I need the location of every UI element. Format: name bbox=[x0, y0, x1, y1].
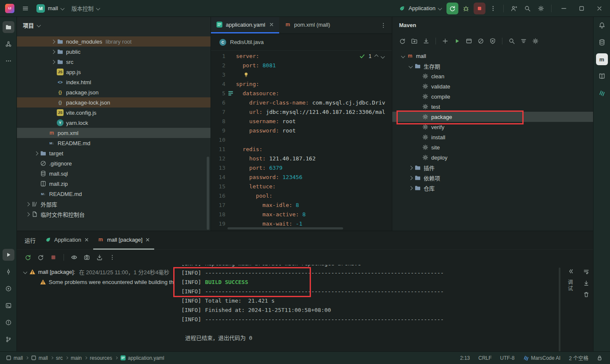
stop-button[interactable] bbox=[474, 3, 485, 14]
search-button[interactable] bbox=[508, 38, 515, 44]
project-item-pom-xml[interactable]: m pom.xml bbox=[17, 128, 211, 138]
secondary-tab-bar[interactable]: C RedisUtil.java bbox=[211, 34, 392, 51]
breadcrumb-folder[interactable]: mall bbox=[31, 355, 48, 361]
close-tab-icon[interactable] bbox=[145, 237, 150, 242]
gutter-icon[interactable] bbox=[228, 91, 233, 96]
project-item-public[interactable]: public bbox=[17, 47, 211, 57]
minimize-button[interactable] bbox=[556, 0, 572, 17]
rerun-button[interactable] bbox=[446, 3, 458, 14]
screenshot-button[interactable] bbox=[83, 254, 90, 261]
readonly-toggle[interactable] bbox=[597, 355, 602, 361]
run-tab-mall-package[interactable]: m mall [package] bbox=[93, 231, 155, 250]
project-item-package-lock-json[interactable]: {} package-lock.json bbox=[17, 97, 211, 108]
code-with-me-button[interactable] bbox=[508, 3, 520, 14]
project-item-index-html[interactable]: <> index.html bbox=[17, 77, 211, 87]
project-item-node-modules[interactable]: node_modules library root bbox=[17, 36, 211, 47]
project-item-mall-sql[interactable]: mall.sql bbox=[17, 168, 211, 179]
run-tab-application[interactable]: Application bbox=[41, 231, 93, 250]
project-item-readme-md[interactable]: M↓ README.md bbox=[17, 138, 211, 148]
execute-goal-button[interactable] bbox=[466, 38, 472, 44]
structure-tool-button[interactable] bbox=[3, 38, 14, 50]
close-tab-icon[interactable] bbox=[269, 22, 274, 27]
scroll-to-end-button[interactable] bbox=[583, 280, 590, 287]
breadcrumb-file[interactable]: application.yaml bbox=[120, 355, 164, 361]
refresh-button[interactable] bbox=[399, 38, 406, 44]
debug-button[interactable] bbox=[460, 3, 472, 14]
generate-sources-button[interactable] bbox=[411, 38, 418, 44]
project-item-mall-zip[interactable]: mall.zip bbox=[17, 179, 211, 189]
settings-button[interactable] bbox=[535, 3, 547, 14]
run-goal-button[interactable] bbox=[454, 38, 460, 44]
maven-goal-verify[interactable]: verify bbox=[392, 122, 593, 132]
notifications-button[interactable] bbox=[596, 19, 608, 31]
intention-bulb-icon[interactable] bbox=[243, 72, 249, 77]
project-item-readme-md-root[interactable]: M↓ README.md bbox=[17, 189, 211, 199]
add-button[interactable] bbox=[442, 38, 449, 44]
clear-console-button[interactable] bbox=[583, 291, 590, 298]
filter-button[interactable] bbox=[520, 38, 527, 44]
maven-goal-deploy[interactable]: deploy bbox=[392, 152, 593, 163]
commit-tool-button[interactable] bbox=[3, 266, 14, 278]
project-item-src[interactable]: src bbox=[17, 57, 211, 67]
project-tool-button[interactable] bbox=[3, 21, 14, 33]
tab-application-yaml[interactable]: application.yaml bbox=[211, 17, 279, 33]
code-editor[interactable]: 1server: 2 port:8081 3 4spring: 5 dataso… bbox=[211, 51, 392, 231]
project-item-target[interactable]: target bbox=[17, 148, 211, 158]
more-tools-button[interactable] bbox=[3, 55, 14, 67]
run-tool-button[interactable] bbox=[3, 249, 14, 261]
project-item-vite-config-js[interactable]: JS vite.config.js bbox=[17, 108, 211, 118]
breadcrumb-resources[interactable]: resources bbox=[90, 355, 112, 361]
more-options-button[interactable] bbox=[109, 254, 116, 261]
problems-tool-button[interactable] bbox=[3, 317, 14, 328]
tab-pom-xml[interactable]: m pom.xml (mall) bbox=[279, 17, 335, 33]
skip-tests-button[interactable] bbox=[489, 38, 496, 44]
maven-item-lifecycle[interactable]: 生存期 bbox=[392, 61, 593, 71]
close-tab-icon[interactable] bbox=[84, 237, 89, 242]
maven-goal-package[interactable]: package bbox=[392, 112, 593, 122]
project-item-scratches[interactable]: 临时文件和控制台 bbox=[17, 209, 211, 219]
next-issue-icon[interactable] bbox=[381, 54, 385, 58]
services-tool-button[interactable] bbox=[3, 283, 14, 295]
project-panel-header[interactable]: 项目 bbox=[17, 17, 211, 33]
indent-widget[interactable]: 2 个空格 bbox=[569, 354, 588, 361]
show-passed-button[interactable] bbox=[71, 254, 78, 261]
console-scrollbar[interactable] bbox=[559, 267, 560, 352]
version-control-tool-button[interactable] bbox=[3, 334, 14, 345]
project-item-package-json[interactable]: {} package.json bbox=[17, 87, 211, 97]
soft-wrap-button[interactable] bbox=[583, 268, 590, 275]
maven-item-mall[interactable]: m mall bbox=[392, 51, 593, 61]
stop-button[interactable] bbox=[50, 254, 57, 261]
maven-goal-site[interactable]: site bbox=[392, 142, 593, 152]
maven-goal-clean[interactable]: clean bbox=[392, 71, 593, 81]
project-item-yarn-lock[interactable]: Y yarn.lock bbox=[17, 118, 211, 128]
maven-goal-install[interactable]: install bbox=[392, 132, 593, 142]
project-item-app-js[interactable]: JS app.js bbox=[17, 67, 211, 77]
encoding-widget[interactable]: UTF-8 bbox=[500, 355, 515, 361]
maven-item-dependencies[interactable]: 依赖项 bbox=[392, 173, 593, 183]
ai-assistant-button[interactable] bbox=[596, 87, 608, 99]
caret-position-widget[interactable]: 2:13 bbox=[460, 355, 470, 361]
project-widget[interactable]: M mall bbox=[33, 2, 67, 15]
more-run-actions-button[interactable] bbox=[487, 3, 499, 14]
project-item-gitignore[interactable]: .gitignore bbox=[17, 158, 211, 168]
search-everywhere-button[interactable] bbox=[521, 3, 533, 14]
breadcrumb-src[interactable]: src bbox=[56, 355, 63, 361]
run-root-node[interactable]: mall [package]: 在 2024/11/25 11:00，1 分24… bbox=[17, 267, 174, 277]
database-tool-button[interactable] bbox=[596, 36, 608, 48]
main-menu-button[interactable] bbox=[19, 2, 32, 15]
maven-goal-test[interactable]: test bbox=[392, 102, 593, 112]
maven-tool-button[interactable]: m bbox=[596, 53, 608, 65]
documentation-tool-button[interactable] bbox=[596, 70, 608, 82]
project-scrollbar[interactable] bbox=[207, 157, 209, 230]
line-separator-widget[interactable]: CRLF bbox=[478, 355, 491, 361]
maven-goal-validate[interactable]: validate bbox=[392, 81, 593, 91]
maximize-button[interactable] bbox=[574, 0, 590, 17]
vcs-widget[interactable]: 版本控制 bbox=[68, 2, 103, 15]
run-configuration-selector[interactable]: Application bbox=[395, 2, 445, 15]
breadcrumb-module[interactable]: mall bbox=[6, 355, 23, 361]
breadcrumb-main[interactable]: main bbox=[71, 355, 82, 361]
maven-item-repositories[interactable]: 仓库 bbox=[392, 183, 593, 193]
run-warning-node[interactable]: Some problems were encountered while bui… bbox=[17, 277, 174, 287]
maven-goal-compile[interactable]: compile bbox=[392, 91, 593, 102]
inspection-widget[interactable]: 1 bbox=[359, 53, 384, 59]
